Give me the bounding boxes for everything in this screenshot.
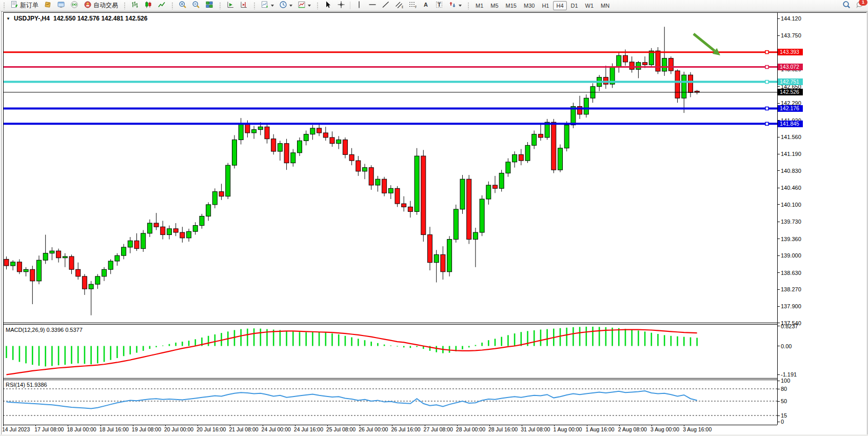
- rsi-tick-label: 15: [781, 412, 787, 419]
- svg-text:A: A: [424, 2, 428, 8]
- zoom-out-button[interactable]: [190, 0, 202, 11]
- zoom-in-icon: [179, 1, 187, 11]
- text-label-button[interactable]: T: [433, 0, 445, 11]
- price-tick: [778, 137, 780, 137]
- price-tick: [778, 255, 780, 256]
- toolbar-grip: [467, 2, 470, 9]
- price-tick: [778, 154, 780, 154]
- rsi-tick: [778, 389, 780, 389]
- new-order-label: 新订单: [20, 1, 38, 10]
- svg-text:F: F: [415, 5, 417, 9]
- toolbar-right: 1: [842, 0, 864, 11]
- macd-tick: [778, 374, 780, 375]
- timeframe-m30[interactable]: M30: [521, 1, 538, 10]
- date-label: 31 Jul 08:00: [521, 426, 550, 432]
- price-tick-label: 141.190: [781, 151, 801, 157]
- date-label: 24 Jul 00:00: [262, 426, 291, 432]
- cursor-button[interactable]: [322, 0, 334, 11]
- main-chart-canvas[interactable]: [3, 13, 777, 323]
- periods-button[interactable]: [277, 0, 294, 11]
- equidistant-channel-button[interactable]: E: [393, 0, 405, 11]
- chart-symbol-period: USDJPY-,H4: [14, 15, 50, 22]
- price-tick-label: 143.750: [781, 32, 801, 38]
- templates-icon: [298, 1, 306, 11]
- tile-windows-icon: [205, 1, 213, 11]
- macd-tick-label: -1.191: [781, 371, 797, 378]
- vertical-line-icon: [355, 1, 363, 11]
- periods-icon: [279, 1, 287, 11]
- auto-scroll-button[interactable]: [224, 0, 236, 11]
- chart-top-border: [3, 12, 866, 13]
- vertical-line-button[interactable]: [353, 0, 365, 11]
- templates-button[interactable]: [295, 0, 313, 11]
- text-label-icon: T: [435, 1, 443, 11]
- price-tick: [778, 272, 780, 273]
- timeframe-mn[interactable]: MN: [598, 1, 613, 10]
- rsi-tick: [778, 401, 780, 402]
- line-chart-button[interactable]: [155, 0, 168, 11]
- price-tick: [778, 18, 780, 19]
- price-tick: [778, 306, 780, 307]
- rsi-panel-canvas[interactable]: [3, 380, 777, 425]
- new-order-button[interactable]: 新订单: [8, 0, 41, 11]
- candlestick-chart-button[interactable]: [142, 0, 154, 11]
- horizontal-line-button[interactable]: [366, 0, 379, 11]
- indicators-icon: [261, 1, 269, 11]
- date-label: 14 Jul 2023: [2, 426, 30, 432]
- timeframe-m15[interactable]: M15: [503, 1, 520, 10]
- price-tick: [778, 323, 780, 323]
- notification-badge: 1: [859, 0, 867, 6]
- rsi-tick: [778, 381, 780, 381]
- chart-box-button[interactable]: [42, 0, 54, 11]
- text-icon: A: [422, 1, 430, 11]
- search-icon[interactable]: [842, 1, 851, 11]
- bar-chart-button[interactable]: [129, 0, 141, 11]
- toolbar-grip: [219, 2, 222, 9]
- date-label: 25 Jul 08:00: [326, 426, 356, 432]
- periods-dropdown-caret[interactable]: [289, 5, 292, 7]
- price-tick-label: 140.100: [781, 202, 801, 208]
- text-button[interactable]: A: [420, 0, 432, 11]
- auto-trading-button[interactable]: 自动交易: [82, 0, 120, 11]
- one-click-trading-arrow[interactable]: ▼: [6, 16, 10, 21]
- price-tick: [778, 222, 780, 222]
- signal-button[interactable]: [68, 0, 81, 11]
- auto-scroll-icon: [226, 1, 234, 11]
- fibonacci-button[interactable]: F: [406, 0, 419, 11]
- macd-tick-label: 0.8237: [781, 323, 798, 329]
- zoom-in-button[interactable]: [176, 0, 189, 11]
- tile-windows-button[interactable]: [203, 0, 215, 11]
- price-badge: 143.393: [778, 49, 803, 55]
- timeframe-h1[interactable]: H1: [539, 1, 552, 10]
- timeframe-m5[interactable]: M5: [487, 1, 501, 10]
- chart-shift-button[interactable]: [238, 0, 250, 11]
- crosshair-button[interactable]: [335, 0, 347, 11]
- timeframe-d1[interactable]: D1: [568, 1, 581, 10]
- chart-box-icon: [44, 1, 52, 11]
- line-chart-icon: [157, 1, 166, 11]
- indicators-dropdown-caret[interactable]: [271, 5, 274, 7]
- price-tick-label: 140.460: [781, 185, 801, 191]
- cursor-icon: [324, 1, 332, 11]
- templates-dropdown-caret[interactable]: [308, 5, 311, 7]
- macd-panel-canvas[interactable]: [3, 324, 777, 379]
- arrow-objects-dropdown-caret[interactable]: [459, 5, 462, 7]
- chat-button[interactable]: 1: [856, 1, 864, 11]
- date-label: 19 Jul 08:00: [132, 426, 161, 432]
- timeframe-w1[interactable]: W1: [582, 1, 597, 10]
- indicators-button[interactable]: [259, 0, 276, 11]
- fibonacci-icon: F: [408, 1, 417, 11]
- equidistant-channel-icon: E: [395, 1, 403, 11]
- timeframe-h4[interactable]: H4: [553, 1, 566, 10]
- trend-line-button[interactable]: [380, 0, 392, 11]
- price-axis-border[interactable]: [777, 12, 778, 425]
- crosshair-icon: [337, 1, 345, 11]
- date-label: 21 Jul 08:00: [229, 426, 258, 432]
- price-tick-label: 137.900: [781, 303, 801, 309]
- candlestick-chart-icon: [144, 1, 152, 11]
- price-tick: [778, 188, 780, 188]
- arrow-objects-button[interactable]: [446, 0, 464, 11]
- timeframe-m1[interactable]: M1: [472, 1, 486, 10]
- chart-window-button[interactable]: [55, 0, 67, 11]
- rsi-tick-label: 80: [781, 386, 787, 392]
